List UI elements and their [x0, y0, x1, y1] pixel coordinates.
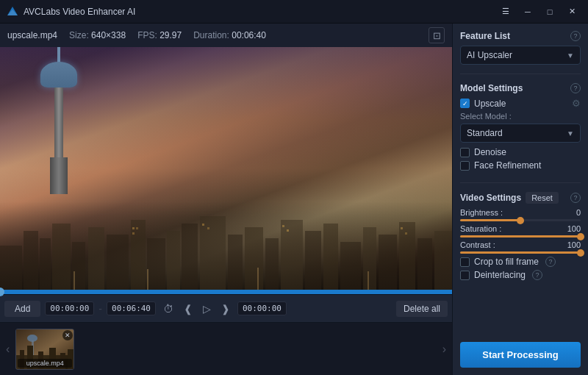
- video-settings-header: Video Settings Reset ?: [460, 192, 581, 204]
- add-button[interactable]: Add: [4, 301, 40, 317]
- dome: [40, 62, 77, 88]
- saturation-slider[interactable]: [460, 235, 581, 238]
- timeline-bar[interactable]: [0, 290, 452, 294]
- upscale-settings-icon[interactable]: ⚙: [572, 98, 581, 109]
- duration-info: Duration: 00:06:40: [193, 30, 266, 40]
- contrast-value: 100: [567, 240, 581, 249]
- crop-to-fill-help-icon[interactable]: ?: [545, 257, 556, 267]
- svg-rect-14: [228, 235, 243, 290]
- schedule-button[interactable]: ⏱: [160, 301, 176, 316]
- brightness-slider[interactable]: [460, 219, 581, 221]
- maximize-button[interactable]: □: [539, 4, 560, 19]
- svg-rect-21: [363, 227, 376, 290]
- delete-all-button[interactable]: Delete all: [396, 301, 448, 317]
- svg-rect-15: [245, 227, 263, 290]
- model-dropdown[interactable]: Standard ▼: [460, 124, 581, 143]
- feature-list-section: Feature List ? AI Upscaler ▼: [460, 31, 581, 65]
- play-button[interactable]: ▷: [200, 301, 214, 316]
- face-refinement-label: Face Refinement: [474, 160, 541, 171]
- feature-list-title: Feature List: [460, 31, 510, 41]
- contrast-slider[interactable]: [460, 251, 581, 254]
- fps-label: FPS:: [137, 30, 157, 40]
- svg-rect-25: [434, 231, 452, 290]
- feature-list-selected: AI Upscaler: [467, 50, 512, 60]
- contrast-row: Contrast : 100: [460, 240, 581, 254]
- contrast-fill: [460, 251, 581, 254]
- contrast-header: Contrast : 100: [460, 240, 581, 249]
- model-settings-title: Model Settings: [460, 83, 523, 93]
- svg-rect-24: [417, 238, 432, 290]
- deinterlacing-label: Deinterlacing: [474, 270, 526, 280]
- prev-frame-button[interactable]: ❰: [181, 301, 196, 316]
- brightness-value: 0: [576, 208, 581, 217]
- video-settings-help-icon[interactable]: ?: [570, 193, 581, 203]
- strip-next-button[interactable]: ›: [440, 340, 449, 359]
- model-settings-header: Model Settings ?: [460, 83, 581, 93]
- svg-rect-5: [52, 224, 71, 290]
- tower-element: [37, 62, 81, 194]
- svg-rect-12: [182, 224, 198, 290]
- thumbnail-item[interactable]: upscale.mp4 ✕: [15, 329, 74, 370]
- deinterlacing-checkbox[interactable]: [460, 271, 470, 280]
- crop-to-fill-checkbox[interactable]: [460, 257, 470, 267]
- svg-rect-23: [399, 222, 415, 290]
- saturation-fill: [460, 235, 581, 238]
- svg-rect-10: [147, 238, 165, 290]
- video-settings-section: Video Settings Reset ? Brightness : 0: [460, 192, 581, 283]
- denoise-checkbox[interactable]: [460, 148, 470, 157]
- svg-rect-22: [379, 235, 397, 290]
- saturation-row: Saturation : 100: [460, 224, 581, 238]
- svg-rect-29: [202, 224, 204, 226]
- saturation-header: Saturation : 100: [460, 224, 581, 233]
- contrast-thumb[interactable]: [577, 249, 584, 257]
- model-dropdown-arrow: ▼: [567, 129, 574, 138]
- strip-prev-button[interactable]: ‹: [3, 340, 12, 359]
- deinterlacing-help-icon[interactable]: ?: [532, 270, 542, 280]
- city-skyline-svg: [0, 187, 452, 290]
- svg-rect-31: [282, 225, 284, 227]
- deinterlacing-row: Deinterlacing ?: [460, 270, 581, 280]
- svg-rect-19: [323, 224, 338, 290]
- svg-rect-26: [132, 227, 135, 229]
- title-bar: AVCLabs Video Enhancer AI ☰ ─ □ ✕: [0, 0, 588, 24]
- reset-button[interactable]: Reset: [526, 192, 559, 204]
- duration-value: 00:06:40: [232, 30, 266, 40]
- upscale-checkbox[interactable]: [460, 99, 470, 108]
- minimize-button[interactable]: ─: [517, 4, 538, 19]
- timeline-progress: [0, 290, 452, 294]
- face-refinement-checkbox[interactable]: [460, 161, 470, 171]
- thumbnail-close-button[interactable]: ✕: [62, 330, 73, 340]
- start-processing-button[interactable]: Start Processing: [460, 342, 581, 368]
- svg-rect-18: [305, 231, 321, 290]
- feature-list-help-icon[interactable]: ?: [570, 31, 581, 41]
- thumbnail-label: upscale.mp4: [18, 359, 72, 368]
- contrast-label: Contrast :: [460, 240, 495, 249]
- left-area: upscale.mp4 Size: 640×338 FPS: 29.97 Dur…: [0, 24, 452, 375]
- svg-rect-3: [24, 231, 38, 290]
- svg-rect-34: [405, 232, 407, 235]
- feature-list-dropdown[interactable]: AI Upscaler ▼: [460, 46, 581, 65]
- video-settings-header-left: Video Settings Reset: [460, 192, 559, 204]
- saturation-value: 100: [567, 224, 581, 233]
- brightness-thumb[interactable]: [517, 217, 524, 224]
- model-settings-help-icon[interactable]: ?: [570, 83, 581, 93]
- screenshot-button[interactable]: ⊡: [429, 27, 445, 43]
- video-preview: [0, 47, 452, 290]
- svg-rect-36: [147, 269, 148, 290]
- fps-value: 29.97: [159, 30, 182, 40]
- svg-rect-30: [207, 227, 209, 229]
- svg-rect-28: [132, 232, 135, 235]
- close-button[interactable]: ✕: [562, 4, 582, 19]
- svg-rect-9: [131, 220, 146, 290]
- menu-button[interactable]: ☰: [495, 4, 516, 19]
- svg-rect-35: [74, 271, 75, 290]
- divider-2: [460, 182, 581, 183]
- next-frame-button[interactable]: ❱: [218, 301, 233, 316]
- brightness-fill: [460, 219, 520, 221]
- main-layout: upscale.mp4 Size: 640×338 FPS: 29.97 Dur…: [0, 24, 588, 375]
- svg-rect-8: [107, 235, 129, 290]
- right-panel-content: Feature List ? AI Upscaler ▼ Model Setti…: [460, 31, 581, 327]
- saturation-thumb[interactable]: [577, 233, 584, 240]
- thumbnail-container: upscale.mp4 ✕: [15, 329, 436, 370]
- time-duration-display: 00:06:40: [107, 301, 156, 315]
